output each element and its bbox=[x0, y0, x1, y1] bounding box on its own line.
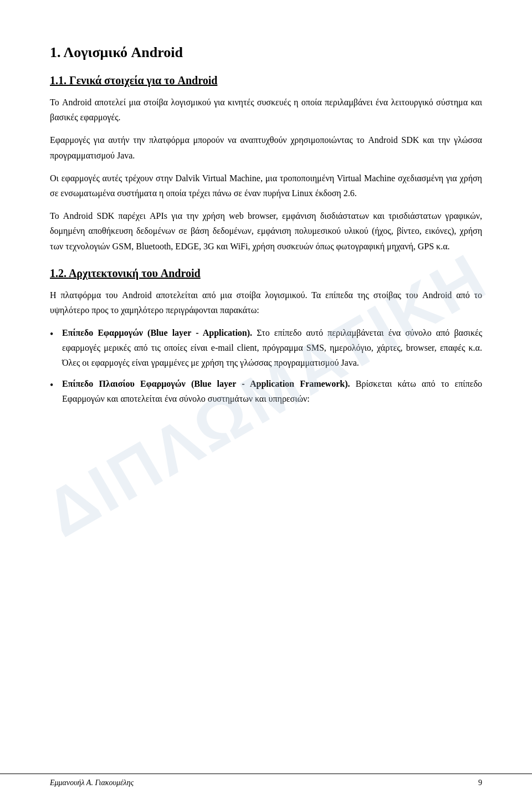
section2-title: 1.2. Αρχιτεκτονική του Android bbox=[50, 267, 482, 280]
section1-number: 1.1. bbox=[50, 74, 66, 86]
paragraph-2: Εφαρμογές για αυτήν την πλατφόρμα μπορού… bbox=[50, 132, 482, 162]
bullet2-bold: Επίπεδο Πλαισίου Εφαρμογών (Blue layer -… bbox=[62, 379, 350, 388]
chapter-number: 1. bbox=[50, 44, 61, 60]
bullet-text-1: Επίπεδο Εφαρμογών (Blue layer - Applicat… bbox=[62, 325, 482, 371]
paragraph-5: Η πλατφόρμα του Android αποτελείται από … bbox=[50, 288, 482, 317]
bullet-list: • Επίπεδο Εφαρμογών (Blue layer - Applic… bbox=[50, 325, 482, 406]
page-footer: Εμμανουήλ Α. Γιακουμέλης 9 bbox=[0, 774, 532, 787]
page-container: ΔΙΠΛΩΜΑΤΙΚΗ 1. Λογισμικό Android 1.1. Γε… bbox=[0, 0, 532, 804]
paragraph-4: Το Android SDK παρέχει APIs για την χρήσ… bbox=[50, 208, 482, 254]
bullet1-bold: Επίπεδο Εφαρμογών (Blue layer - Applicat… bbox=[62, 328, 252, 337]
bullet-dot-2: • bbox=[50, 376, 62, 394]
paragraph-3: Οι εφαρμογές αυτές τρέχουν στην Dalvik V… bbox=[50, 171, 482, 201]
chapter-title: 1. Λογισμικό Android bbox=[50, 44, 482, 61]
bullet-dot-1: • bbox=[50, 325, 62, 343]
footer-page-number: 9 bbox=[478, 779, 482, 787]
section2-number: 1.2. bbox=[50, 267, 66, 279]
section1-title: 1.1. Γενικά στοιχεία για το Android bbox=[50, 74, 482, 87]
section2-title-text: Αρχιτεκτονική του Android bbox=[69, 267, 201, 279]
paragraph-1: Το Android αποτελεί μια στοίβα λογισμικο… bbox=[50, 95, 482, 125]
bullet-item-1: • Επίπεδο Εφαρμογών (Blue layer - Applic… bbox=[50, 325, 482, 371]
section1-title-text: Γενικά στοιχεία για το Android bbox=[69, 74, 217, 86]
footer-author: Εμμανουήλ Α. Γιακουμέλης bbox=[50, 779, 134, 787]
bullet-text-2: Επίπεδο Πλαισίου Εφαρμογών (Blue layer -… bbox=[62, 376, 482, 406]
bullet-item-2: • Επίπεδο Πλαισίου Εφαρμογών (Blue layer… bbox=[50, 376, 482, 406]
chapter-title-text: Λογισμικό Android bbox=[64, 44, 183, 60]
